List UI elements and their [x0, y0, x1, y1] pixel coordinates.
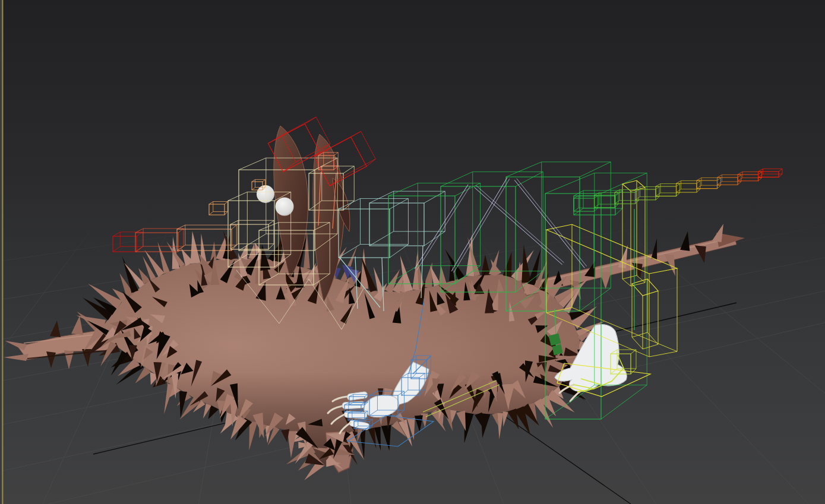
active-viewport-highlight: [2, 0, 4, 504]
viewport-stage: [0, 0, 825, 504]
viewport-left-border: [0, 0, 4, 504]
perspective-viewport-canvas[interactable]: [0, 0, 825, 504]
